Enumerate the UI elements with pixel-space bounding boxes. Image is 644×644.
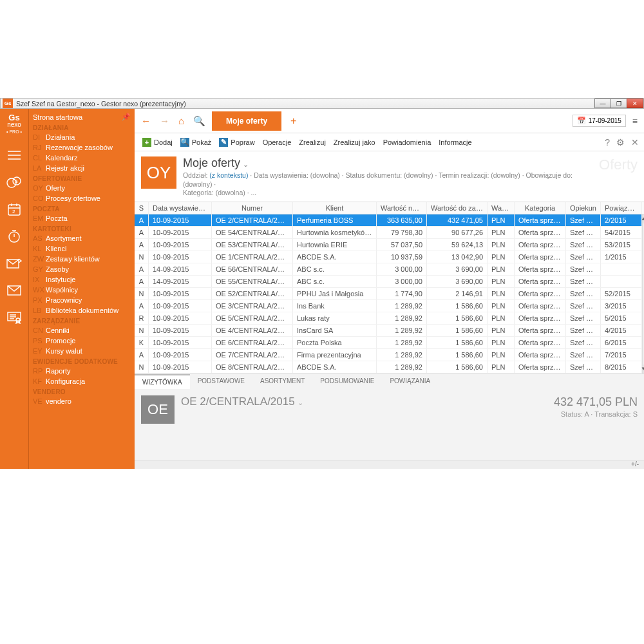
gear-icon[interactable]: ⚙ xyxy=(616,137,625,147)
pin-icon[interactable]: 📌 xyxy=(122,113,131,121)
nav-item[interactable]: PXPracownicy xyxy=(29,295,135,305)
help-icon[interactable]: ? xyxy=(605,137,610,147)
column-header[interactable]: S xyxy=(135,202,149,214)
close-button[interactable]: ✕ xyxy=(627,99,643,108)
nav-item[interactable]: CLKalendarz xyxy=(29,153,135,163)
mail-icon[interactable] xyxy=(5,281,23,299)
logo: Gsnexo• PRO • xyxy=(6,111,22,137)
currency-icon[interactable]: $ xyxy=(5,173,23,191)
table-row[interactable]: A10-09-2015OE 7/CENTRALA/2015Firma preze… xyxy=(135,349,642,361)
nav-item[interactable]: EYKursy walut xyxy=(29,346,135,356)
date-picker[interactable]: 📅17-09-2015 xyxy=(573,115,626,127)
nav-item[interactable]: KFKonfiguracja xyxy=(29,376,135,386)
notifications-menu[interactable]: Powiadomienia xyxy=(381,137,434,147)
column-header[interactable]: Powiązany proces xyxy=(601,202,642,214)
nav-item[interactable]: KLKlienci xyxy=(29,243,135,254)
window-title: Szef Szef na Gestor_nexo - Gestor nexo (… xyxy=(15,100,595,108)
nav-item[interactable]: COProcesy ofertowe xyxy=(29,193,135,204)
icon-rail: Gsnexo• PRO • $ 2 xyxy=(0,109,29,469)
status-bar: +/- xyxy=(135,460,644,469)
detail-tab[interactable]: ASORTYMENT xyxy=(252,374,312,389)
detail-badge: OE xyxy=(141,395,175,424)
data-grid: SData wystawieniaNumerKlientWartość nett… xyxy=(135,202,644,374)
detail-title[interactable]: OE 2/CENTRALA/2015⌄ xyxy=(181,395,303,408)
table-row[interactable]: N10-09-2015OE 52/CENTRALA/2015PPHU Jaś i… xyxy=(135,288,642,300)
add-button[interactable]: +Dodaj xyxy=(140,137,175,148)
table-row[interactable]: K10-09-2015OE 6/CENTRALA/2015Poczta Pols… xyxy=(135,337,642,349)
svg-text:2: 2 xyxy=(12,209,15,214)
new-tab-button[interactable]: + xyxy=(285,115,301,127)
home-button[interactable]: ⌂ xyxy=(176,115,187,126)
nav-item[interactable]: PSPromocje xyxy=(29,336,135,346)
timer-icon[interactable] xyxy=(5,227,23,245)
nav-item[interactable]: ASAsortyment xyxy=(29,233,135,243)
nav-item[interactable]: VEvendero xyxy=(29,396,135,406)
nav-item[interactable]: OYOferty xyxy=(29,183,135,193)
nav-item[interactable]: GYZasoby xyxy=(29,264,135,274)
show-button[interactable]: 🔍Pokaż xyxy=(178,137,214,148)
edit-button[interactable]: ✎Popraw xyxy=(216,137,257,148)
nav-item[interactable]: CNCenniki xyxy=(29,325,135,336)
nav-item[interactable]: RPRaporty xyxy=(29,366,135,376)
chevron-down-icon: ⌄ xyxy=(243,160,249,168)
table-row[interactable]: A10-09-2015OE 3/CENTRALA/2015Ins Bank1 2… xyxy=(135,300,642,312)
nav-item[interactable]: IXInstytucje xyxy=(29,274,135,285)
table-row[interactable]: A10-09-2015OE 54/CENTRALA/2015Hurtownia … xyxy=(135,227,642,239)
titlebar: Gs Szef Szef na Gestor_nexo - Gestor nex… xyxy=(0,98,644,109)
detail-tabs: WIZYTÓWKAPODSTAWOWEASORTYMENTPODSUMOWANI… xyxy=(135,374,644,389)
table-row[interactable]: N10-09-2015OE 1/CENTRALA/2015ABCDE S.A.1… xyxy=(135,251,642,263)
filter-summary[interactable]: Oddział: (z kontekstu) · Data wystawieni… xyxy=(183,171,599,198)
mail-out-icon[interactable] xyxy=(5,254,23,272)
detail-tab[interactable]: PODSTAWOWE xyxy=(190,374,252,389)
table-row[interactable]: R10-09-2015OE 5/CENTRALA/2015Lukas raty1… xyxy=(135,312,642,325)
toolbar: +Dodaj 🔍Pokaż ✎Popraw Operacje Zrealizuj… xyxy=(135,133,644,151)
tab-active[interactable]: Moje oferty xyxy=(212,111,281,131)
close-panel-icon[interactable]: ✕ xyxy=(631,137,639,147)
tab-bar: ← → ⌂ 🔍 Moje oferty + 📅17-09-2015 ≡ xyxy=(135,109,644,133)
app-icon: Gs xyxy=(3,99,13,108)
ghost-label: Oferty xyxy=(599,156,638,173)
home-link[interactable]: Strona startowa xyxy=(33,113,82,121)
column-header[interactable]: Klient xyxy=(293,202,377,214)
nav-item[interactable]: LBBiblioteka dokumentów xyxy=(29,305,135,316)
detail-tab[interactable]: WIZYTÓWKA xyxy=(135,374,190,389)
table-row[interactable]: A14-09-2015OE 55/CENTRALA/2015ABC s.c.3 … xyxy=(135,276,642,288)
column-header[interactable]: Wartość do zapłaty xyxy=(427,202,488,214)
table-row[interactable]: N10-09-2015OE 4/CENTRALA/2015InsCard SA1… xyxy=(135,325,642,337)
detail-tab[interactable]: PODSUMOWANIE xyxy=(312,374,382,389)
table-row[interactable]: A10-09-2015OE 2/CENTRALA/2015Perfumeria … xyxy=(135,214,642,227)
certificate-icon[interactable] xyxy=(5,308,23,327)
column-header[interactable]: Opiekun xyxy=(566,202,601,214)
maximize-button[interactable]: ❐ xyxy=(611,99,627,108)
column-header[interactable]: Waluta xyxy=(488,202,515,214)
column-header[interactable]: Wartość netto▼ xyxy=(377,202,427,214)
menu-button[interactable]: ≡ xyxy=(630,116,640,126)
info-menu[interactable]: Informacje xyxy=(436,137,474,147)
realize-as-menu[interactable]: Zrealizuj jako xyxy=(331,137,378,147)
back-button[interactable]: ← xyxy=(138,115,153,126)
table-row[interactable]: N10-09-2015OE 8/CENTRALA/2015ABCDE S.A.1… xyxy=(135,361,642,374)
nav-section-header: KARTOTEKI xyxy=(29,223,135,233)
realize-button[interactable]: Zrealizuj xyxy=(296,137,328,147)
nav-item[interactable]: WXWspólnicy xyxy=(29,285,135,295)
nav-item[interactable]: ZWZestawy klientów xyxy=(29,254,135,264)
nav-item[interactable]: RJRezerwacje zasobów xyxy=(29,142,135,153)
nav-section-header: POCZTA xyxy=(29,204,135,213)
nav-item[interactable]: LARejestr akcji xyxy=(29,163,135,173)
column-header[interactable]: Data wystawienia xyxy=(149,202,212,214)
table-row[interactable]: A10-09-2015OE 53/CENTRALA/2015Hurtownia … xyxy=(135,239,642,251)
minimize-button[interactable]: — xyxy=(594,99,611,108)
detail-status: Status: A · Transakcja: S xyxy=(554,410,638,418)
page-title[interactable]: Moje oferty⌄ xyxy=(183,156,599,170)
menu-icon[interactable] xyxy=(5,146,23,164)
calendar-icon[interactable]: 2 xyxy=(5,200,23,218)
nav-item[interactable]: EMPoczta xyxy=(29,213,135,223)
nav-item[interactable]: DIDziałania xyxy=(29,132,135,142)
column-header[interactable]: Kategoria xyxy=(515,202,566,214)
forward-button[interactable]: → xyxy=(157,115,172,126)
detail-tab[interactable]: POWIĄZANIA xyxy=(382,374,438,389)
table-row[interactable]: A14-09-2015OE 56/CENTRALA/2015ABC s.c.3 … xyxy=(135,263,642,276)
operations-menu[interactable]: Operacje xyxy=(260,137,294,147)
column-header[interactable]: Numer xyxy=(212,202,293,214)
search-button[interactable]: 🔍 xyxy=(191,115,208,127)
